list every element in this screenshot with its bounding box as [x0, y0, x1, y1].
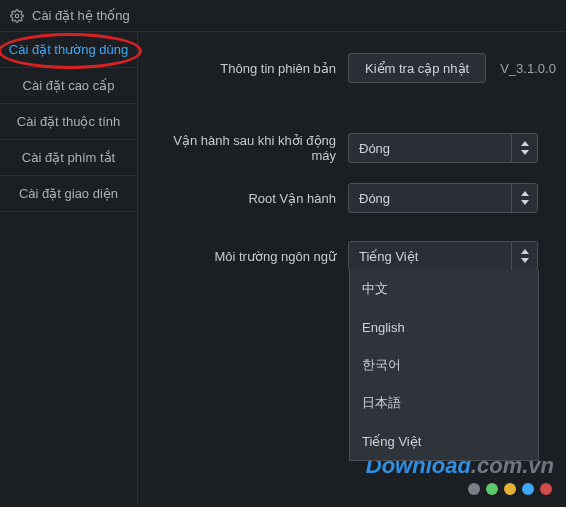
sidebar: Cài đặt thường dùng Cài đặt cao cấp Cài …: [0, 32, 138, 504]
sidebar-item-label: Cài đặt cao cấp: [23, 78, 115, 93]
autostart-label: Vận hành sau khi khởi động máy: [148, 133, 348, 163]
dot: [486, 483, 498, 495]
sidebar-item-advanced[interactable]: Cài đặt cao cấp: [0, 68, 137, 104]
select-value: Đóng: [349, 191, 511, 206]
dot: [540, 483, 552, 495]
window-title: Cài đặt hệ thống: [32, 8, 130, 23]
language-option[interactable]: 한국어: [350, 346, 538, 384]
version-label: Thông tin phiên bản: [148, 61, 348, 76]
window-header: Cài đặt hệ thống: [0, 0, 566, 32]
svg-point-0: [15, 14, 19, 18]
settings-content: Thông tin phiên bản Kiểm tra cập nhật V_…: [138, 32, 566, 504]
select-value: Đóng: [349, 141, 511, 156]
dot: [504, 483, 516, 495]
sidebar-item-common[interactable]: Cài đặt thường dùng: [0, 32, 137, 68]
language-select[interactable]: Tiếng Việt 中文 English 한국어 日本語 Tiếng Việt: [348, 241, 538, 271]
language-label: Môi trường ngôn ngữ: [148, 249, 348, 264]
chevron-updown-icon[interactable]: [511, 184, 537, 212]
dot: [522, 483, 534, 495]
chevron-updown-icon[interactable]: [511, 134, 537, 162]
sidebar-item-hotkeys[interactable]: Cài đặt phím tắt: [0, 140, 137, 176]
autostart-select[interactable]: Đóng: [348, 133, 538, 163]
language-option[interactable]: 日本語: [350, 384, 538, 422]
sidebar-item-label: Cài đặt thuộc tính: [17, 114, 120, 129]
select-value: Tiếng Việt: [349, 249, 511, 264]
gear-icon: [10, 9, 24, 23]
root-select[interactable]: Đóng: [348, 183, 538, 213]
sidebar-item-properties[interactable]: Cài đặt thuộc tính: [0, 104, 137, 140]
sidebar-item-label: Cài đặt giao diện: [19, 186, 118, 201]
root-label: Root Vận hành: [148, 191, 348, 206]
dot: [468, 483, 480, 495]
sidebar-item-label: Cài đặt thường dùng: [9, 42, 128, 57]
chevron-updown-icon[interactable]: [511, 242, 537, 270]
language-option[interactable]: 中文: [350, 270, 538, 308]
language-dropdown: 中文 English 한국어 日本語 Tiếng Việt: [349, 270, 539, 461]
color-dots: [468, 483, 552, 495]
sidebar-item-label: Cài đặt phím tắt: [22, 150, 115, 165]
language-option[interactable]: Tiếng Việt: [350, 422, 538, 460]
version-text: V_3.1.0.0: [500, 61, 556, 76]
language-option[interactable]: English: [350, 308, 538, 346]
check-update-button[interactable]: Kiểm tra cập nhật: [348, 53, 486, 83]
sidebar-item-interface[interactable]: Cài đặt giao diện: [0, 176, 137, 212]
